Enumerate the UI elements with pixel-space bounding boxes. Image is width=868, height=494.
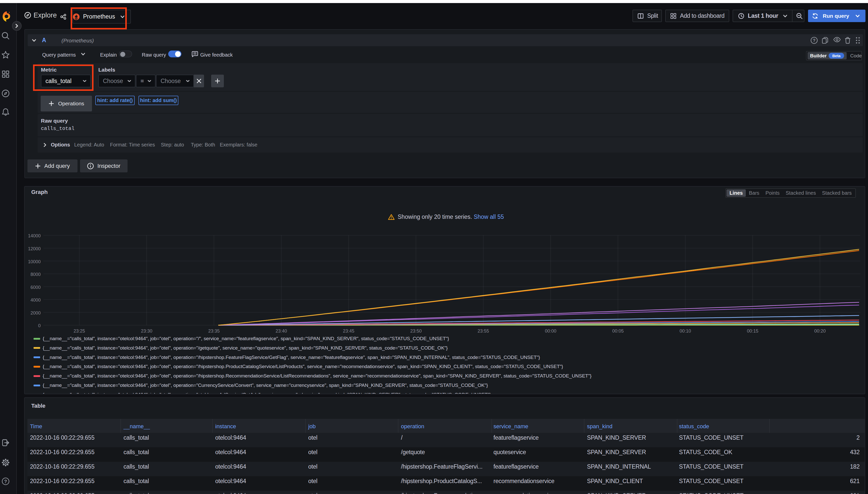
svg-text:23:30: 23:30 xyxy=(141,328,152,334)
svg-text:4000: 4000 xyxy=(31,298,41,303)
svg-text:23:50: 23:50 xyxy=(410,328,421,334)
svg-text:8000: 8000 xyxy=(31,272,41,277)
svg-text:00:10: 00:10 xyxy=(680,328,691,334)
svg-text:12000: 12000 xyxy=(29,246,41,251)
svg-text:?: ? xyxy=(4,479,7,484)
svg-text:23:45: 23:45 xyxy=(343,328,354,334)
svg-text:10000: 10000 xyxy=(29,259,41,264)
svg-text:?: ? xyxy=(813,38,816,43)
svg-text:23:25: 23:25 xyxy=(73,328,85,334)
svg-text:00:00: 00:00 xyxy=(545,328,556,334)
svg-text:23:35: 23:35 xyxy=(208,328,219,334)
svg-text:23:40: 23:40 xyxy=(275,328,287,334)
svg-text:00:15: 00:15 xyxy=(747,328,758,334)
svg-text:00:05: 00:05 xyxy=(612,328,623,334)
svg-text:6000: 6000 xyxy=(31,285,41,290)
svg-text:00:20: 00:20 xyxy=(814,328,826,334)
svg-text:2000: 2000 xyxy=(31,310,41,316)
svg-text:0: 0 xyxy=(38,323,41,328)
svg-text:14000: 14000 xyxy=(29,233,41,239)
svg-text:23:55: 23:55 xyxy=(477,328,489,334)
